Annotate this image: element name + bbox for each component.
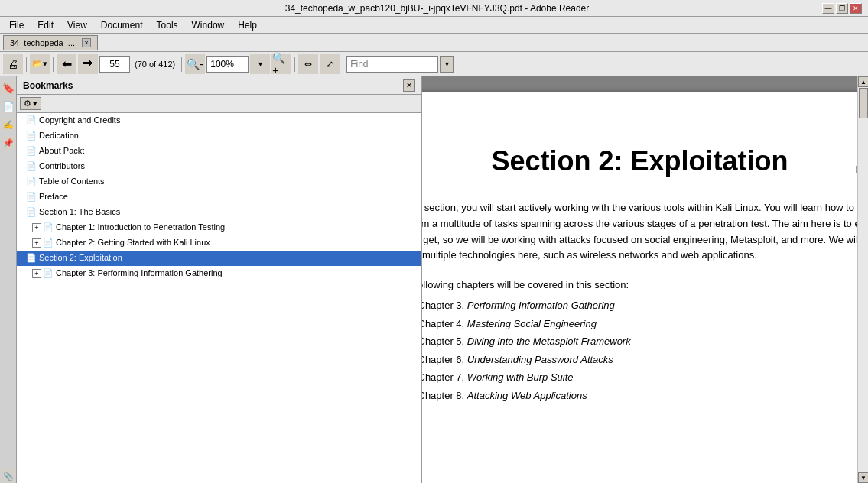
- chapter-title: Attacking Web Applications: [467, 390, 587, 401]
- sidebar-icon-bookmarks[interactable]: 🔖: [2, 81, 15, 95]
- restore-button[interactable]: ❐: [836, 3, 848, 14]
- menu-bar: File Edit View Document Tools Window Hel…: [0, 17, 868, 34]
- bookmark-icon: 📄: [26, 146, 37, 157]
- window-title: 34_techopeda_w_pacb120_bjBU-_i-jpqxTeVFN…: [52, 3, 822, 14]
- chapter-title: Diving into the Metasploit Framework: [467, 336, 631, 347]
- list-item: Chapter 5, Diving into the Metasploit Fr…: [422, 334, 857, 349]
- bookmark-list: 📄 Copyright and Credits 📄 Dedication 📄 A…: [17, 113, 421, 483]
- bookmark-chapter3[interactable]: + 📄 Chapter 3: Performing Information Ga…: [17, 266, 421, 281]
- bookmark-dedication[interactable]: 📄 Dedication: [17, 128, 421, 144]
- toolbar: 🖨 📂▾ ⬅ ⮕ (70 of 412) 🔍- ▾ 🔍+ ⇔ ⤢ ▾: [0, 52, 868, 76]
- expand-chapter2-button[interactable]: +: [32, 238, 41, 248]
- bookmark-icon: 📄: [43, 238, 54, 248]
- sidebar-close-button[interactable]: ✕: [403, 79, 415, 92]
- chapter-title: Mastering Social Engineering: [467, 318, 597, 329]
- bookmark-contributors[interactable]: 📄 Contributors: [17, 159, 421, 174]
- sidebar-header: Bookmarks ✕: [17, 76, 421, 95]
- bookmark-chapter2[interactable]: + 📄 Chapter 2: Getting Started with Kali…: [17, 235, 421, 251]
- tab-close-button[interactable]: ×: [82, 38, 91, 47]
- scroll-down-button[interactable]: ▼: [858, 472, 868, 483]
- zoom-dropdown-button[interactable]: ▾: [250, 54, 270, 74]
- main-area: 🔖 📄 ✍ 📌 📎 Bookmarks ✕ ⚙ ▾ 📄 Copyright an…: [0, 76, 868, 483]
- window-controls: — ❐ ✕: [822, 3, 862, 14]
- fit-width-button[interactable]: ⇔: [298, 54, 318, 74]
- scroll-thumb[interactable]: [859, 88, 868, 118]
- bookmark-icon: 📄: [26, 192, 37, 203]
- bookmark-toc[interactable]: 📄 Table of Contents: [17, 174, 421, 190]
- list-item: Chapter 4, Mastering Social Engineering: [422, 316, 857, 332]
- list-item: Chapter 8, Attacking Web Applications: [422, 388, 857, 404]
- scroll-up-button[interactable]: ▲: [858, 76, 868, 87]
- open-button[interactable]: 📂▾: [30, 54, 50, 74]
- sidebar-icon-annotations[interactable]: 📌: [2, 136, 15, 150]
- pdf-page: 2 Section 2: Exploitation In this sectio…: [422, 92, 857, 483]
- toolbar-sep-5: [343, 57, 343, 72]
- expand-chapter3-button[interactable]: +: [32, 269, 41, 278]
- sidebar-icon-bottom[interactable]: 📎: [2, 469, 15, 483]
- zoom-input[interactable]: [206, 56, 249, 73]
- next-view-button[interactable]: ⮕: [78, 54, 98, 74]
- menu-tools[interactable]: Tools: [151, 18, 184, 32]
- chapter-title: Understanding Password Attacks: [467, 354, 613, 365]
- bookmark-section1[interactable]: 📄 Section 1: The Basics: [17, 205, 421, 220]
- list-item: Chapter 3, Performing Information Gather…: [422, 298, 857, 313]
- toolbar-sep-3: [181, 57, 182, 72]
- bookmark-icon: 📄: [26, 207, 37, 218]
- menu-document[interactable]: Document: [95, 18, 149, 32]
- bookmark-icon: 📄: [26, 131, 37, 141]
- bookmarks-settings-button[interactable]: ⚙ ▾: [20, 97, 41, 110]
- list-item: Chapter 7, Working with Burp Suite: [422, 370, 857, 385]
- bookmark-section2[interactable]: 📄 Section 2: Exploitation: [17, 251, 421, 266]
- bookmark-icon: 📄: [26, 161, 37, 172]
- toolbar-sep-1: [26, 57, 27, 72]
- bookmark-copyright[interactable]: 📄 Copyright and Credits: [17, 113, 421, 128]
- bookmark-chapter1[interactable]: + 📄 Chapter 1: Introduction to Penetrati…: [17, 220, 421, 235]
- minimize-button[interactable]: —: [822, 3, 834, 14]
- chapter-label: Chapter 7,: [422, 371, 467, 383]
- zoom-out-button[interactable]: 🔍-: [185, 54, 205, 74]
- prev-view-button[interactable]: ⬅: [57, 54, 76, 74]
- find-dropdown-button[interactable]: ▾: [440, 56, 454, 73]
- bookmarks-toolbar: ⚙ ▾: [17, 95, 421, 113]
- pdf-chapters-intro: The following chapters will be covered i…: [422, 279, 857, 290]
- menu-file[interactable]: File: [3, 18, 30, 32]
- chapter-label: Chapter 8,: [422, 390, 467, 401]
- sidebar-panel: Bookmarks ✕ ⚙ ▾ 📄 Copyright and Credits …: [17, 76, 422, 483]
- list-item: Chapter 6, Understanding Password Attack…: [422, 352, 857, 368]
- chapter-label: Chapter 3,: [422, 300, 467, 311]
- right-scrollbar[interactable]: ▲ ▼: [857, 76, 868, 483]
- chapter-label: Chapter 4,: [422, 318, 467, 329]
- print-button[interactable]: 🖨: [3, 54, 23, 74]
- bookmark-preface[interactable]: 📄 Preface: [17, 190, 421, 205]
- bookmark-icon: 📄: [26, 253, 37, 264]
- sidebar-icon-signatures[interactable]: ✍: [2, 118, 15, 131]
- expand-chapter1-button[interactable]: +: [32, 223, 41, 232]
- pdf-content-area[interactable]: 2 Section 2: Exploitation In this sectio…: [422, 76, 857, 483]
- chapter-label: Chapter 5,: [422, 336, 467, 347]
- chapter-label: Chapter 6,: [422, 354, 467, 365]
- fit-page-button[interactable]: ⤢: [320, 54, 340, 74]
- bookmark-icon: 📄: [43, 268, 54, 279]
- tab-label: 34_techopeda_....: [10, 38, 77, 47]
- document-tab[interactable]: 34_techopeda_.... ×: [3, 35, 98, 50]
- scroll-track: [858, 87, 868, 472]
- menu-window[interactable]: Window: [186, 18, 231, 32]
- zoom-in-button[interactable]: 🔍+: [271, 54, 291, 74]
- tab-bar: 34_techopeda_.... ×: [0, 34, 868, 52]
- page-number-display: 2: [853, 115, 857, 183]
- bookmark-about-packt[interactable]: 📄 About Packt: [17, 144, 421, 159]
- page-input[interactable]: [99, 56, 130, 73]
- menu-view[interactable]: View: [61, 18, 93, 32]
- chapter-title: Performing Information Gathering: [467, 300, 615, 311]
- sidebar-icon-pages[interactable]: 📄: [2, 99, 15, 113]
- find-input[interactable]: [346, 56, 438, 73]
- settings-dropdown-arrow: ▾: [33, 99, 37, 109]
- bookmark-icon: 📄: [43, 222, 54, 233]
- page-info: (70 of 412): [132, 60, 178, 69]
- close-button[interactable]: ✕: [850, 3, 862, 14]
- menu-help[interactable]: Help: [232, 18, 263, 32]
- sidebar-title: Bookmarks: [23, 80, 73, 91]
- bookmark-icon: 📄: [26, 177, 37, 187]
- chapter-title: Working with Burp Suite: [467, 371, 574, 383]
- menu-edit[interactable]: Edit: [31, 18, 60, 32]
